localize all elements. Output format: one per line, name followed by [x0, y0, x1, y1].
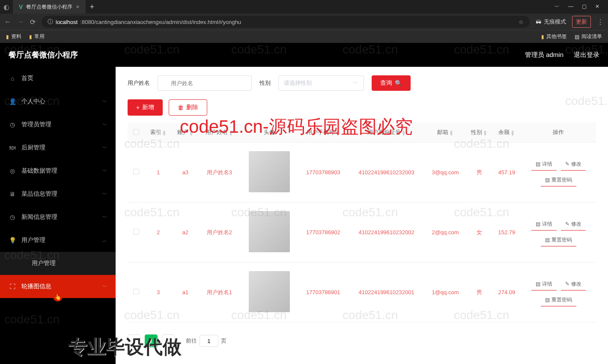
page-1-button[interactable]: 1: [145, 334, 158, 347]
table-row: 2 a2 用户姓名2 17703786902 41022419961023200…: [128, 203, 596, 263]
logout-button[interactable]: 退出登录: [574, 51, 599, 59]
prev-page-button[interactable]: ‹: [128, 334, 140, 347]
select-all-checkbox[interactable]: [133, 129, 139, 135]
column-header[interactable]: 头像: [240, 122, 298, 143]
reset-pwd-button[interactable]: ▤重置密码: [541, 234, 576, 247]
edit-button[interactable]: ✎修改: [561, 278, 586, 291]
sort-icon: ▲▼: [402, 130, 406, 136]
edit-button[interactable]: ✎修改: [561, 218, 586, 231]
column-header[interactable]: 性别▲▼: [465, 122, 492, 143]
sidebar-item-新闻信息管理[interactable]: ◷新闻信息管理﹀: [0, 206, 116, 229]
next-page-button[interactable]: ›: [162, 334, 175, 347]
window-controls: ﹀ — ▢ ✕: [546, 3, 608, 11]
sidebar-item-个人中心[interactable]: 👤个人中心﹀: [0, 90, 116, 113]
bookmark-folder[interactable]: ▮常用: [29, 33, 45, 40]
reload-icon[interactable]: ⟳: [30, 18, 36, 26]
bookmark-folder[interactable]: ▮资料: [6, 33, 21, 40]
column-header[interactable]: 用户手机号▲▼: [298, 122, 348, 143]
sidebar-item-label: 轮播图信息: [21, 283, 51, 290]
table-row: 1 a3 用户姓名3 17703786903 41022419961023200…: [128, 143, 596, 203]
avatar: [249, 211, 290, 252]
menu-icon[interactable]: ⋮: [597, 18, 604, 26]
update-button[interactable]: 更新: [572, 16, 591, 28]
name-filter-label: 用户姓名: [128, 79, 150, 87]
chevron-icon: ﹀: [102, 145, 107, 151]
sidebar-item-用户管理[interactable]: 💡用户管理︿: [0, 229, 116, 252]
edit-button[interactable]: ✎修改: [561, 158, 586, 171]
sidebar-icon: 🖥: [9, 191, 16, 197]
table-row: 3 a1 用户姓名1 17703786901 41022419961023200…: [128, 263, 596, 322]
column-header[interactable]: 用户身份证号▲▼: [348, 122, 425, 143]
column-header[interactable]: 索引▲▼: [145, 122, 172, 143]
cell-ops: ▤详情 ✎修改 ▤重置密码: [521, 203, 596, 263]
action-row: +新增 🗑删除: [128, 99, 596, 116]
url-bar[interactable]: ⓘ localhost:8080/cantingdiancanxiaocheng…: [42, 16, 530, 28]
sidebar-item-首页[interactable]: ⌂首页: [0, 67, 116, 90]
plus-icon: +: [136, 104, 140, 111]
close-window-icon[interactable]: ✕: [595, 3, 599, 11]
other-bookmarks[interactable]: ▮其他书签: [541, 33, 567, 40]
reading-list[interactable]: ▤阅读清单: [575, 33, 602, 40]
column-header[interactable]: 邮箱▲▼: [425, 122, 466, 143]
back-icon[interactable]: ←: [4, 18, 11, 26]
sidebar-item-管理员管理[interactable]: ◷管理员管理﹀: [0, 113, 116, 136]
cell-email: 1@qq.com: [425, 263, 466, 322]
add-button[interactable]: +新增: [128, 99, 163, 116]
sidebar-item-后厨管理[interactable]: 🍽后厨管理﹀: [0, 136, 116, 159]
star-icon[interactable]: ☆: [519, 19, 524, 25]
cell-username: 用户姓名2: [199, 203, 240, 263]
cell-balance: 274.09: [493, 263, 521, 322]
vue-icon: V: [19, 3, 23, 10]
new-tab-button[interactable]: +: [86, 3, 99, 12]
pagination: ‹ 1 › 前往 页: [128, 331, 596, 351]
cell-index: 3: [145, 263, 172, 322]
reset-pwd-button[interactable]: ▤重置密码: [541, 174, 576, 187]
sidebar-item-用户管理[interactable]: 用户管理: [0, 252, 116, 275]
list-icon: ▤: [575, 34, 579, 40]
column-header[interactable]: 用户姓名▲▼: [199, 122, 240, 143]
column-header[interactable]: 余额▲▼: [493, 122, 521, 143]
cell-avatar: [240, 143, 298, 203]
admin-label[interactable]: 管理员 admin: [525, 51, 563, 59]
bookmark-bar: ▮资料 ▮常用 ▮其他书签 ▤阅读清单: [0, 30, 608, 43]
detail-icon: ▤: [536, 221, 540, 227]
maximize-icon[interactable]: ▢: [582, 3, 587, 11]
column-header[interactable]: 账户▲▼: [172, 122, 199, 143]
sidebar-icon: ◷: [9, 121, 16, 128]
incognito-badge: 🕶 无痕模式: [536, 18, 566, 26]
row-checkbox[interactable]: [133, 229, 139, 235]
cell-ops: ▤详情 ✎修改 ▤重置密码: [521, 263, 596, 322]
minimize-icon[interactable]: ﹀: [554, 3, 560, 11]
minimize-icon[interactable]: —: [568, 3, 573, 11]
cell-account: a1: [172, 263, 199, 322]
sidebar-icon: 💡: [9, 237, 16, 244]
tab-bar: ◐ V 餐厅点餐微信小程序 × + ﹀ — ▢ ✕: [0, 0, 608, 14]
detail-button[interactable]: ▤详情: [531, 218, 557, 231]
sidebar-icon: ◷: [9, 214, 16, 221]
reset-pwd-button[interactable]: ▤重置密码: [541, 294, 576, 307]
delete-button[interactable]: 🗑删除: [169, 99, 207, 116]
search-button[interactable]: 查询 🔍: [372, 75, 411, 91]
row-checkbox[interactable]: [133, 169, 139, 175]
sidebar-icon: 👤: [9, 98, 16, 105]
app-title: 餐厅点餐微信小程序: [9, 50, 78, 60]
cell-idnum: 410224199610232003: [348, 143, 425, 203]
browser-tab[interactable]: V 餐厅点餐微信小程序 ×: [13, 0, 86, 14]
goto-page-input[interactable]: [200, 335, 218, 347]
sidebar-item-基础数据管理[interactable]: ◎基础数据管理﹀: [0, 159, 116, 182]
detail-icon: ▤: [536, 281, 540, 287]
column-header[interactable]: 操作: [521, 122, 596, 143]
url-domain: localhost: [56, 19, 77, 25]
detail-button[interactable]: ▤详情: [531, 158, 557, 171]
sidebar-icon: ◎: [9, 167, 16, 174]
forward-icon[interactable]: →: [17, 18, 24, 26]
gender-filter-select[interactable]: 请选择性别 ﹀: [278, 75, 364, 91]
detail-button[interactable]: ▤详情: [531, 278, 557, 291]
sidebar-item-菜品信息管理[interactable]: 🖥菜品信息管理﹀: [0, 182, 116, 206]
cell-phone: 17703786902: [298, 203, 348, 263]
close-icon[interactable]: ×: [76, 3, 79, 10]
name-filter-input[interactable]: [158, 75, 252, 91]
sidebar-item-label: 新闻信息管理: [21, 213, 57, 221]
row-checkbox[interactable]: [133, 289, 139, 295]
sidebar-item-轮播图信息[interactable]: ⛶轮播图信息﹀👆: [0, 275, 116, 298]
